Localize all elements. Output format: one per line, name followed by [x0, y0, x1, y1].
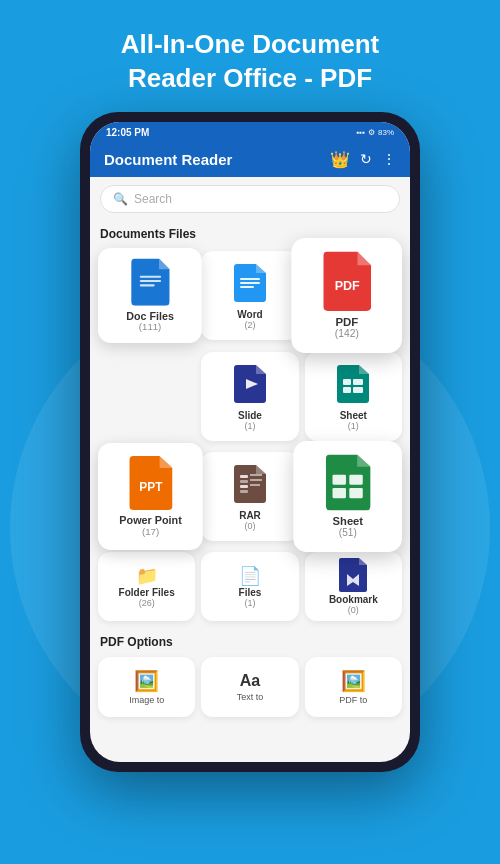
title-line1: All-In-One Document [121, 29, 380, 59]
more-options-icon[interactable]: ⋮ [382, 151, 396, 167]
svg-rect-10 [343, 387, 351, 393]
phone-frame: 12:05 PM ▪▪▪ ⚙ 83% Document Reader 👑 ↻ ⋮… [80, 112, 420, 772]
text-to-icon: Aa [240, 672, 260, 690]
svg-rect-15 [240, 485, 248, 488]
sheet-large-icon [325, 454, 370, 510]
sheet-large-label: Sheet [332, 515, 363, 527]
svg-rect-22 [332, 488, 345, 498]
status-icons: ▪▪▪ ⚙ 83% [356, 128, 394, 137]
word-count: (2) [244, 320, 255, 330]
files-icon: 📄 [239, 565, 261, 587]
folder-card[interactable]: 📁 Folder Files (26) [98, 552, 195, 621]
status-bar: 12:05 PM ▪▪▪ ⚙ 83% [90, 122, 410, 144]
svg-rect-21 [349, 474, 362, 484]
sheet-small-icon [335, 362, 371, 406]
bookmark-label: Bookmark [329, 594, 378, 605]
svg-text:PDF: PDF [334, 279, 359, 293]
app-header-title: Document Reader [104, 151, 232, 168]
pdf-card[interactable]: PDF PDF (142) [291, 238, 402, 353]
slide-label: Slide [238, 410, 262, 421]
slide-icon [232, 362, 268, 406]
pdf-to-icon: 🖼️ [341, 669, 366, 693]
bookmark-card[interactable]: Bookmark (0) [305, 552, 402, 621]
text-to-label: Text to [237, 692, 264, 702]
slide-card[interactable]: Slide (1) [201, 352, 298, 441]
image-to-card[interactable]: 🖼️ Image to [98, 657, 195, 717]
sheet-small-card[interactable]: Sheet (1) [305, 352, 402, 441]
rar-count: (0) [244, 521, 255, 531]
sheet-small-count: (1) [348, 421, 359, 431]
app-title: All-In-One Document Reader Office - PDF [0, 0, 500, 112]
folder-label: Folder Files [119, 587, 175, 598]
svg-rect-5 [240, 286, 254, 288]
refresh-icon[interactable]: ↻ [360, 151, 372, 167]
svg-rect-16 [240, 490, 248, 493]
files-card[interactable]: 📄 Files (1) [201, 552, 298, 621]
ppt-count: (17) [142, 526, 159, 537]
pdf-count: (142) [335, 328, 359, 339]
bookmark-count: (0) [348, 605, 359, 615]
image-to-label: Image to [129, 695, 164, 705]
svg-rect-20 [332, 474, 345, 484]
text-to-card[interactable]: Aa Text to [201, 657, 298, 717]
svg-rect-9 [353, 379, 363, 385]
phone-mockup: 12:05 PM ▪▪▪ ⚙ 83% Document Reader 👑 ↻ ⋮… [0, 112, 500, 772]
folder-icon: 📁 [136, 565, 158, 587]
doc-files-card[interactable]: Doc Files (111) [98, 247, 202, 342]
status-time: 12:05 PM [106, 127, 149, 138]
search-placeholder: Search [134, 192, 172, 206]
header-icons: 👑 ↻ ⋮ [330, 150, 396, 169]
svg-rect-23 [349, 488, 362, 498]
pdf-options-row: 🖼️ Image to Aa Text to 🖼️ PDF to [98, 657, 402, 717]
files-count: (1) [244, 598, 255, 608]
battery-icon: 83% [378, 128, 394, 137]
folder-count: (26) [139, 598, 155, 608]
image-to-icon: 🖼️ [134, 669, 159, 693]
wifi-icon: ⚙ [368, 128, 375, 137]
sheet-large-count: (51) [339, 527, 357, 538]
pdf-to-card[interactable]: 🖼️ PDF to [305, 657, 402, 717]
crown-icon[interactable]: 👑 [330, 150, 350, 169]
sheet-small-label: Sheet [340, 410, 367, 421]
svg-rect-13 [240, 475, 248, 478]
svg-rect-14 [240, 480, 248, 483]
svg-rect-4 [240, 282, 260, 284]
pdf-label: PDF [335, 315, 358, 328]
svg-rect-11 [353, 387, 363, 393]
rar-card[interactable]: RAR (0) [201, 452, 298, 541]
phone-screen: 12:05 PM ▪▪▪ ⚙ 83% Document Reader 👑 ↻ ⋮… [90, 122, 410, 762]
ppt-card[interactable]: PPT Power Point (17) [98, 443, 203, 550]
sheet-large-card[interactable]: Sheet (51) [293, 441, 402, 552]
ppt-icon: PPT [129, 456, 172, 510]
pdf-icon: PDF [323, 251, 371, 310]
search-bar[interactable]: 🔍 Search [100, 185, 400, 213]
svg-rect-3 [240, 278, 260, 280]
rar-icon [232, 462, 268, 506]
signal-icon: ▪▪▪ [356, 128, 365, 137]
svg-text:PPT: PPT [139, 479, 163, 493]
doc-files-count: (111) [139, 321, 161, 332]
svg-rect-8 [343, 379, 351, 385]
ppt-label: Power Point [119, 514, 181, 526]
slide-count: (1) [244, 421, 255, 431]
app-header: Document Reader 👑 ↻ ⋮ [90, 144, 410, 177]
rar-label: RAR [239, 510, 261, 521]
pdf-to-label: PDF to [339, 695, 367, 705]
doc-icon [131, 258, 170, 305]
doc-files-label: Doc Files [126, 310, 174, 322]
pdf-options-section-title: PDF Options [98, 629, 402, 653]
bookmark-icon [339, 558, 367, 592]
word-icon [232, 261, 268, 305]
word-label: Word [237, 309, 262, 320]
word-card[interactable]: Word (2) [201, 251, 298, 340]
files-label: Files [239, 587, 262, 598]
scroll-content[interactable]: Documents Files [90, 221, 410, 762]
search-icon: 🔍 [113, 192, 128, 206]
title-line2: Reader Office - PDF [128, 63, 372, 93]
